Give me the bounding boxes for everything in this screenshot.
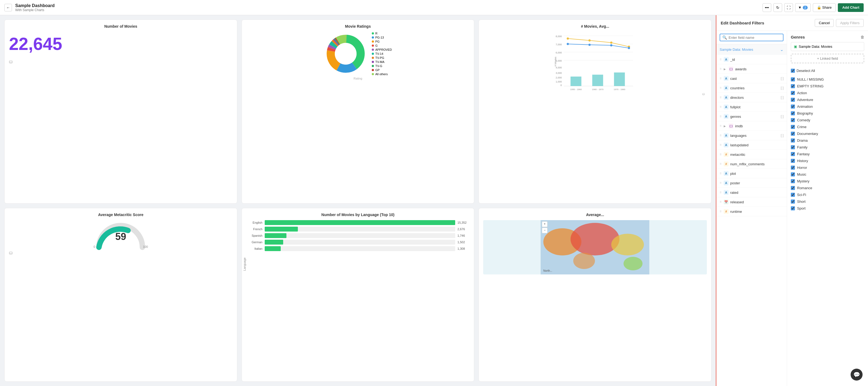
svg-point-27 [567, 37, 569, 40]
drag-icon: ⠿ [720, 96, 721, 99]
field-type-string-icon: A [724, 133, 728, 138]
option-animation: Animation [791, 103, 864, 110]
option-checkbox-history[interactable] [791, 159, 795, 163]
bar-row-italian: Italian 1,308 [246, 246, 470, 251]
options-list: NULL / MISSING EMPTY STRING Action [791, 76, 864, 382]
option-checkbox-documentary[interactable] [791, 132, 795, 136]
option-adventure: Adventure [791, 96, 864, 103]
option-action: Action [791, 90, 864, 96]
legend-dot-others [372, 73, 374, 75]
legend-item-r: R [372, 32, 392, 35]
datasource-header[interactable]: Sample Data: Movies ⌄ [716, 44, 787, 55]
linked-field-button[interactable]: + Linked field [791, 54, 864, 63]
option-checkbox-mystery[interactable] [791, 179, 795, 183]
field-item-cast[interactable]: ⠿ A cast [ ] [716, 74, 787, 83]
right-panel: Edit Dashboard Filters Cancel Apply Filt… [716, 15, 868, 386]
more-button[interactable]: ••• [763, 3, 771, 12]
cancel-button[interactable]: Cancel [815, 19, 834, 27]
option-checkbox-adventure[interactable] [791, 98, 795, 102]
field-item-plot[interactable]: ⠿ A plot [716, 169, 787, 178]
svg-point-43 [571, 223, 620, 255]
legend-item-pg13: PG-13 [372, 36, 392, 39]
option-checkbox-scifi[interactable] [791, 193, 795, 197]
drag-icon: ⠿ [720, 201, 721, 204]
option-checkbox-action[interactable] [791, 91, 795, 95]
field-item-genres[interactable]: ⠿ A genres [ ] [716, 112, 787, 121]
field-item-awards[interactable]: ⠿ ▶ { } awards [716, 64, 787, 74]
svg-text:1,000: 1,000 [556, 80, 562, 83]
deselect-all-row[interactable]: Deselect All [791, 67, 864, 74]
option-checkbox-drama[interactable] [791, 138, 795, 142]
datasource-tag: ▣ Sample Data: Movies [791, 42, 864, 51]
option-scifi: Sci-Fi [791, 191, 864, 198]
field-item-released[interactable]: ⠿ 📅 released [716, 197, 787, 207]
option-checkbox-crime[interactable] [791, 125, 795, 129]
field-item-poster[interactable]: ⠿ A poster [716, 178, 787, 188]
option-checkbox-short[interactable] [791, 200, 795, 204]
field-item-lastupdated[interactable]: ⠿ A lastupdated [716, 140, 787, 150]
share-button[interactable]: 🔒 Share [813, 3, 836, 12]
option-checkbox-null[interactable] [791, 77, 795, 81]
field-item-id[interactable]: ⠿ A _id [716, 55, 787, 64]
option-checkbox-animation[interactable] [791, 105, 795, 109]
deselect-all-checkbox[interactable] [791, 69, 795, 73]
field-item-countries[interactable]: ⠿ A countries [ ] [716, 83, 787, 93]
field-type-string-icon: A [724, 180, 728, 185]
movie-ratings-title: Movie Ratings [246, 24, 470, 29]
fullscreen-button[interactable]: ⛶ [784, 3, 793, 12]
svg-point-29 [610, 41, 613, 44]
option-checkbox-horror[interactable] [791, 166, 795, 170]
legend-dot-g [372, 44, 374, 47]
drag-icon: ⠿ [720, 153, 721, 156]
svg-text:−: − [544, 228, 546, 232]
back-button[interactable]: ← [4, 4, 12, 11]
refresh-button[interactable]: ↻ [773, 3, 782, 12]
legend-item-approved: APPROVED [372, 48, 392, 51]
drag-icon: ⠿ [720, 77, 721, 80]
legend-dot-tvg [372, 65, 374, 67]
field-item-rated[interactable]: ⠿ A rated [716, 188, 787, 197]
option-checkbox-biography[interactable] [791, 111, 795, 115]
option-checkbox-family[interactable] [791, 145, 795, 149]
option-empty-string: EMPTY STRING [791, 83, 864, 90]
field-item-metacritic[interactable]: ⠿ # metacritic [716, 150, 787, 159]
datasource-tag-icon: ▣ [794, 44, 797, 48]
svg-rect-36 [592, 75, 603, 86]
add-chart-button[interactable]: Add Chart [838, 3, 864, 12]
field-item-languages[interactable]: ⠿ A languages [ ] [716, 131, 787, 140]
filter-col-title: Genres 🗑 [791, 35, 864, 39]
option-checkbox-music[interactable] [791, 172, 795, 176]
average-map-card: Average... North... + [478, 208, 711, 382]
metacritic-value: 59 [115, 231, 126, 242]
legend-item-pg: PG [372, 40, 392, 43]
num-movies-value: 22,645 [9, 34, 232, 54]
legend-dot-tvpg [372, 57, 374, 59]
apply-filters-button[interactable]: Apply Filters [836, 19, 864, 27]
svg-text:# Movies: # Movies [554, 57, 557, 67]
filter-badge: 2 [803, 6, 808, 9]
dashboard-subtitle: With Sample Charts [15, 8, 759, 12]
option-checkbox-romance[interactable] [791, 186, 795, 190]
by-language-card: Number of Movies by Language (Top 10) En… [242, 208, 474, 382]
filter-button[interactable]: ▼ 2 [795, 3, 811, 12]
bar-row-german: German 1,502 [246, 240, 470, 245]
field-item-fullplot[interactable]: ⠿ A fullplot [716, 102, 787, 112]
field-item-num-mflix[interactable]: ⠿ # num_mflix_comments [716, 159, 787, 169]
trash-icon[interactable]: 🗑 [860, 35, 864, 39]
field-item-imdb[interactable]: ⠿ ▶ { } imdb [716, 121, 787, 131]
field-item-runtime[interactable]: ⠿ # runtime [716, 207, 787, 216]
field-item-directors[interactable]: ⠿ A directors [ ] [716, 93, 787, 102]
search-input[interactable] [728, 36, 781, 40]
topbar: ← Sample Dashboard With Sample Charts ••… [0, 0, 868, 15]
option-checkbox-fantasy[interactable] [791, 152, 795, 156]
bar-row-spanish: Spanish 1,746 [246, 233, 470, 238]
option-checkbox-sport[interactable] [791, 206, 795, 210]
line-chart: 8,000 7,000 6,000 5,000 4,000 3,000 2,00… [483, 32, 707, 92]
option-checkbox-empty[interactable] [791, 84, 795, 88]
option-checkbox-comedy[interactable] [791, 118, 795, 122]
dashboard-content: Number of Movies 22,645 ⛁ Movie Ratings [0, 15, 716, 386]
chat-bubble[interactable]: 💬 [850, 369, 863, 381]
drag-icon: ⠿ [720, 115, 721, 118]
filter-icon: ▼ [798, 5, 802, 9]
map-svg: North... + − [483, 220, 707, 274]
